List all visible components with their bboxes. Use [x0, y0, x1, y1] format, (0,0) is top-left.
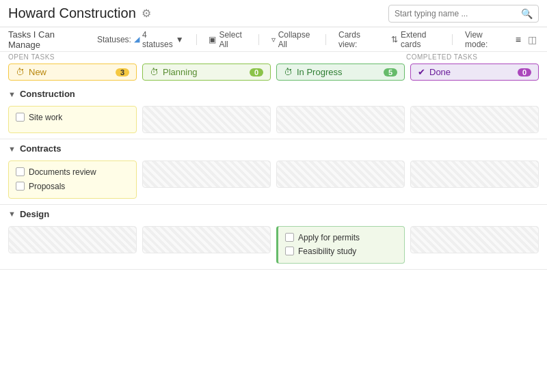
search-box: 🔍 [388, 5, 539, 23]
task-checkbox[interactable] [16, 167, 25, 176]
task-text: Feasibility study [298, 246, 356, 257]
group-construction: ▼ Construction Site work [0, 85, 547, 139]
group-rows-2: Apply for permits Feasibility study [0, 223, 547, 270]
divider [196, 34, 197, 45]
view-mode-toggle: ≡ ◫ [513, 33, 539, 46]
inprogress-status-icon: ⏱ [284, 67, 293, 77]
status-header-planning: ⏱ Planning 0 [142, 64, 271, 81]
group-name-1: Contracts [20, 143, 62, 154]
planning-status-text: Planning [163, 67, 198, 77]
col-inprogress-0 [276, 106, 405, 133]
col-planning-2 [142, 226, 271, 253]
task-text: Proposals [29, 181, 65, 193]
toolbar-actions: Statuses: ◢ 4 statuses ▼ ▣ Select All ▿ … [93, 29, 539, 51]
col-planning-1 [142, 160, 271, 188]
section-labels: OPEN TASKS COMPLETED TASKS [0, 52, 547, 61]
divider4 [452, 34, 453, 45]
chevron-down-icon: ▼ [176, 35, 184, 44]
search-input[interactable] [395, 9, 517, 18]
col-done-1 [410, 160, 539, 188]
select-all-icon: ▣ [209, 35, 216, 44]
collapse-icon: ▿ [271, 35, 276, 44]
collapse-all-label: Collapse All [278, 30, 314, 49]
extend-cards-label: Extend cards [401, 30, 440, 49]
status-headers-row: ⏱ New 3 ⏱ Planning 0 ⏱ In Progress 5 ✔ D… [0, 61, 547, 85]
col-new-0: Site work [8, 106, 137, 133]
task-checkbox[interactable] [16, 113, 25, 122]
inprogress-count: 5 [384, 68, 397, 76]
card-item: Apply for permits [285, 232, 397, 244]
col-inprogress-2: Apply for permits Feasibility study [276, 226, 405, 264]
statuses-filter-value: 4 statuses [142, 30, 173, 49]
gear-icon[interactable]: ⚙ [142, 7, 151, 20]
collapse-all-btn[interactable]: ▿ Collapse All [267, 29, 318, 51]
done-label: ✔ Done [418, 67, 451, 77]
task-text: Site work [29, 112, 62, 124]
toolbar: Tasks I Can Manage Statuses: ◢ 4 statuse… [0, 27, 547, 52]
grid-view-icon[interactable]: ◫ [526, 33, 539, 46]
cards-view-label-area: Cards view: [334, 29, 379, 51]
new-status-text: New [29, 67, 46, 77]
task-checkbox[interactable] [285, 233, 294, 242]
col-planning-0 [142, 106, 271, 133]
extend-icon: ⇅ [391, 35, 398, 44]
header: Howard Construction ⚙ 🔍 [0, 0, 547, 27]
status-header-inprogress: ⏱ In Progress 5 [276, 64, 405, 81]
done-count: 0 [518, 68, 531, 76]
inprogress-label: ⏱ In Progress [284, 67, 342, 77]
toolbar-title: Tasks I Can Manage [8, 29, 82, 50]
task-checkbox[interactable] [16, 182, 25, 191]
group-name-0: Construction [20, 89, 75, 99]
col-inprogress-1 [276, 160, 405, 188]
task-checkbox[interactable] [285, 247, 294, 255]
planning-status-icon: ⏱ [150, 67, 159, 77]
planning-label: ⏱ Planning [150, 67, 198, 77]
done-status-icon: ✔ [418, 67, 425, 77]
main-content: ▼ Construction Site work ▼ Contracts Doc… [0, 85, 547, 374]
group-design: ▼ Design Apply for permits Feasibility s… [0, 205, 547, 270]
col-new-2 [8, 226, 137, 253]
view-mode-label-area: View mode: [461, 29, 505, 51]
card-item: Site work [16, 112, 129, 124]
planning-count: 0 [250, 68, 263, 76]
divider2 [258, 34, 259, 45]
group-name-2: Design [20, 209, 49, 219]
col-new-1: Documents review Proposals [8, 160, 137, 199]
new-count: 3 [116, 68, 129, 76]
list-view-icon[interactable]: ≡ [513, 33, 523, 46]
done-status-text: Done [429, 67, 451, 77]
card-item: Feasibility study [285, 246, 397, 257]
card-item: Documents review [16, 167, 129, 178]
group-toggle-2[interactable]: ▼ [8, 210, 16, 218]
col-done-2 [410, 226, 539, 253]
cards-view-label: Cards view: [338, 30, 375, 49]
task-text: Apply for permits [298, 232, 360, 244]
group-rows-1: Documents review Proposals [0, 158, 547, 204]
group-toggle-1[interactable]: ▼ [8, 145, 16, 153]
search-icon[interactable]: 🔍 [521, 8, 533, 19]
inprogress-status-text: In Progress [297, 67, 342, 77]
divider3 [325, 34, 326, 45]
group-header-1[interactable]: ▼ Contracts [0, 139, 547, 158]
status-header-done: ✔ Done 0 [410, 64, 539, 81]
filter-icon: ◢ [134, 35, 139, 44]
app-title: Howard Construction [8, 5, 136, 21]
select-all-label: Select All [219, 30, 245, 49]
group-header-0[interactable]: ▼ Construction [0, 85, 547, 103]
group-rows-0: Site work [0, 103, 547, 139]
completed-tasks-label: COMPLETED TASKS [406, 53, 539, 61]
statuses-filter-btn[interactable]: Statuses: ◢ 4 statuses ▼ [93, 29, 188, 51]
group-header-2[interactable]: ▼ Design [0, 205, 547, 223]
new-label: ⏱ New [16, 67, 46, 77]
col-done-0 [410, 106, 539, 133]
task-text: Documents review [29, 167, 96, 178]
extend-cards-btn[interactable]: ⇅ Extend cards [387, 29, 444, 51]
new-status-icon: ⏱ [16, 67, 25, 77]
status-header-new: ⏱ New 3 [8, 64, 137, 81]
card-item: Proposals [16, 181, 129, 193]
select-all-btn[interactable]: ▣ Select All [204, 29, 250, 51]
statuses-label: Statuses: [97, 35, 131, 44]
view-mode-label: View mode: [465, 30, 501, 49]
header-left: Howard Construction ⚙ [8, 5, 151, 21]
group-toggle-0[interactable]: ▼ [8, 90, 16, 98]
